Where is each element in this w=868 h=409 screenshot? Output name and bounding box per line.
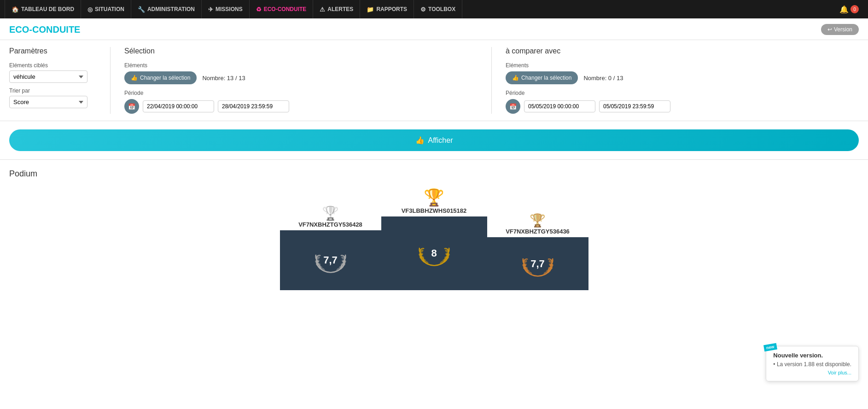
- compare-title: à comparer avec: [506, 47, 859, 55]
- calendar-icon: 📅: [128, 103, 135, 110]
- trier-par-group: Trier par Score Nom Distance: [9, 88, 96, 108]
- podium-score-1: 8: [416, 235, 453, 272]
- compare-calendar-icon: 📅: [509, 103, 517, 110]
- compare-periode-row: 📅: [506, 99, 859, 114]
- nav-alertes[interactable]: ⚠ ALERTES: [313, 0, 360, 18]
- compare-periode-label: Période: [506, 90, 859, 96]
- podium-score-2: 7,7: [312, 242, 349, 279]
- trier-par-label: Trier par: [9, 88, 96, 94]
- selection-elements-row: 👍 Changer la sélection Nombre: 13 / 13: [124, 71, 478, 84]
- podium-name-3: VF7NXBHZTGY536436: [506, 228, 570, 235]
- params-section: Paramètres Eléments ciblés véhicule cond…: [0, 40, 868, 121]
- page-title: ECO-CONDUITE: [9, 24, 80, 35]
- eco-icon: ♻: [256, 6, 262, 13]
- svg-point-7: [341, 263, 345, 266]
- svg-point-6: [341, 259, 346, 263]
- podium-score-value-2: 7,7: [323, 254, 338, 266]
- selection-elements-label: Eléments: [124, 62, 478, 69]
- compare-column: à comparer avec Eléments 👍 Changer la sé…: [492, 47, 859, 114]
- nav-situation[interactable]: ◎ SITUATION: [81, 0, 131, 18]
- podium-place-1: 🏆 VF3LBBHZWHS015182: [381, 188, 487, 290]
- notification-bell[interactable]: 🔔 0: [835, 5, 863, 14]
- nav-rapports[interactable]: 📁 RAPPORTS: [360, 0, 414, 18]
- podium-block-3: 7,7: [487, 237, 588, 290]
- podium-place-3: 🏆 VF7NXBHZTGY536436: [487, 213, 588, 290]
- selection-periode-label: Période: [124, 90, 478, 96]
- afficher-section: 👍 Afficher: [0, 121, 868, 160]
- compare-nombre: Nombre: 0 / 13: [583, 75, 623, 82]
- svg-point-27: [548, 267, 553, 269]
- admin-icon: 🔧: [138, 6, 145, 13]
- new-badge: new: [763, 343, 777, 352]
- situation-icon: ◎: [87, 6, 93, 13]
- afficher-button[interactable]: 👍 Afficher: [9, 129, 859, 151]
- compare-elements-row: 👍 Changer la sélection Nombre: 0 / 13: [506, 71, 859, 84]
- parametres-title: Paramètres: [9, 47, 96, 55]
- rapports-icon: 📁: [367, 6, 374, 13]
- selection-date-end[interactable]: [218, 100, 289, 112]
- compare-calendar-button[interactable]: 📅: [506, 99, 520, 114]
- podium-place-2: 🏆 VF7NXBHZTGY536428: [280, 205, 381, 290]
- bell-badge: 0: [851, 5, 859, 13]
- top-navigation: 🏠 TABLEAU DE BORD ◎ SITUATION 🔧 ADMINIST…: [0, 0, 868, 18]
- trier-par-select[interactable]: Score Nom Distance: [9, 96, 87, 108]
- elements-cibles-label: Eléments ciblés: [9, 62, 96, 69]
- selection-date-start[interactable]: [143, 100, 214, 112]
- svg-point-17: [444, 256, 449, 259]
- home-icon: 🏠: [12, 6, 19, 13]
- svg-point-12: [419, 256, 424, 259]
- podium-block-2: 7,7: [280, 230, 381, 290]
- trophy-bronze-icon: 🏆: [530, 213, 546, 228]
- elements-cibles-group: Eléments ciblés véhicule conducteur: [9, 62, 96, 83]
- new-version-title: Nouvelle version.: [773, 352, 851, 359]
- podium-name-1: VF3LBBHZWHS015182: [402, 207, 467, 214]
- selection-change-button[interactable]: 👍 Changer la sélection: [124, 71, 197, 84]
- new-version-notification: new Nouvelle version. • La version 1.88 …: [766, 346, 859, 381]
- thumb-icon: 👍: [131, 75, 138, 81]
- trophy-silver-icon: 🏆: [322, 205, 339, 221]
- version-button[interactable]: ↩ Version: [821, 24, 859, 35]
- compare-change-button[interactable]: 👍 Changer la sélection: [506, 71, 578, 84]
- selection-periode-row: 📅: [124, 99, 478, 114]
- selection-calendar-button[interactable]: 📅: [124, 99, 139, 114]
- selection-title: Sélection: [124, 47, 478, 55]
- selection-nombre: Nombre: 13 / 13: [202, 75, 245, 82]
- svg-point-26: [548, 263, 553, 266]
- nav-missions[interactable]: ✈ MISSIONS: [202, 0, 250, 18]
- nav-administration[interactable]: 🔧 ADMINISTRATION: [131, 0, 202, 18]
- svg-point-2: [316, 263, 320, 266]
- afficher-thumb-icon: 👍: [415, 136, 425, 145]
- toolbox-icon: ⚙: [420, 6, 426, 13]
- svg-point-1: [315, 259, 320, 263]
- nav-eco-conduite[interactable]: ♻ ECO-CONDUITE: [250, 0, 314, 18]
- elements-cibles-select[interactable]: véhicule conducteur: [9, 70, 87, 83]
- bell-icon: 🔔: [839, 5, 849, 14]
- podium-block-1: 8: [381, 216, 487, 290]
- selection-column: Sélection Eléments 👍 Changer la sélectio…: [111, 47, 492, 114]
- compare-date-start[interactable]: [524, 100, 595, 112]
- nav-tableau-de-bord[interactable]: 🏠 TABLEAU DE BORD: [5, 0, 81, 18]
- podium-score-value-1: 8: [431, 247, 437, 259]
- trophy-gold-icon: 🏆: [424, 188, 444, 207]
- podium-score-3: 7,7: [519, 245, 556, 282]
- podium-section: Podium 🏆 VF7NXBHZTGY536428: [0, 160, 868, 295]
- podium-title: Podium: [9, 169, 859, 179]
- svg-point-11: [418, 252, 423, 256]
- alertes-icon: ⚠: [320, 6, 325, 13]
- undo-icon: ↩: [827, 26, 832, 33]
- compare-date-end[interactable]: [599, 100, 670, 112]
- parametres-column: Paramètres Eléments ciblés véhicule cond…: [9, 47, 111, 114]
- page-content: ECO-CONDUITE ↩ Version Paramètres Elémen…: [0, 18, 868, 409]
- compare-thumb-icon: 👍: [512, 75, 519, 81]
- svg-point-16: [445, 252, 450, 256]
- page-header: ECO-CONDUITE ↩ Version: [0, 18, 868, 40]
- missions-icon: ✈: [208, 6, 213, 13]
- compare-elements-label: Eléments: [506, 62, 859, 69]
- podium-container: 🏆 VF7NXBHZTGY536428: [9, 188, 859, 295]
- nav-toolbox[interactable]: ⚙ TOOLBOX: [414, 0, 462, 18]
- podium-score-value-3: 7,7: [530, 258, 545, 270]
- new-version-text: • La version 1.88 est disponible.: [773, 361, 851, 368]
- svg-point-21: [522, 263, 527, 266]
- see-more-link[interactable]: Voir plus...: [773, 370, 851, 375]
- podium-name-2: VF7NXBHZTGY536428: [298, 221, 362, 228]
